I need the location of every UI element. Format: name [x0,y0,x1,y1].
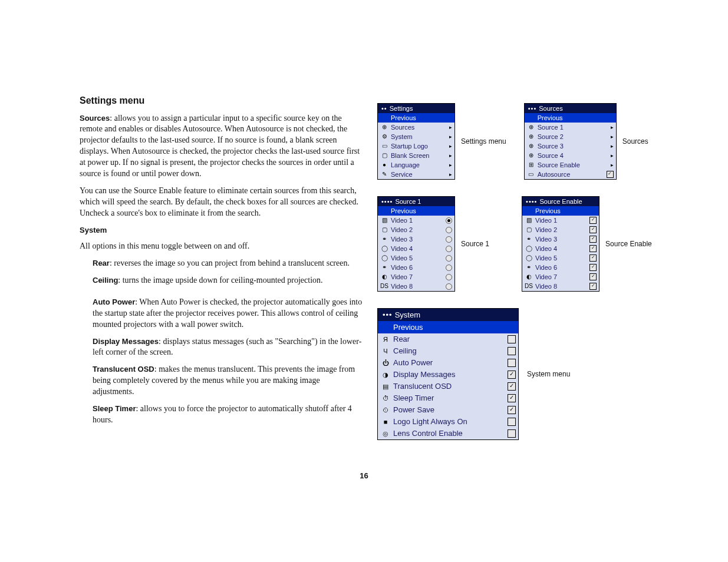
menu-item[interactable]: ▢Video 2 [378,225,454,234]
menu-sources-previous[interactable]: Previous [525,113,616,123]
menu-item[interactable]: ⏱Sleep Timer✓ [378,392,518,404]
menu-item[interactable]: ⚭Video 3 [378,234,454,244]
radio-indicator[interactable] [446,217,452,224]
menu-item[interactable]: ▢Blank Screen▸ [378,151,454,160]
menu-item[interactable]: ЯRear [378,333,518,345]
menu-item-label: Video 7 [391,273,446,281]
submenu-arrow-icon: ▸ [446,151,452,160]
radio-indicator[interactable] [446,265,452,271]
menu-source1-previous[interactable]: Previous [378,206,454,216]
menu-settings-previous[interactable]: Previous [378,113,454,123]
menu-item-label: Video 5 [391,254,446,262]
menu-item[interactable]: ■Logo Light Always On [378,416,518,428]
menu-item[interactable]: ◑Display Messages✓ [378,369,518,381]
checkbox-indicator[interactable] [508,429,516,438]
menu-item[interactable]: ▤Translucent OSD✓ [378,381,518,392]
checkbox-indicator[interactable] [508,335,516,343]
checkbox-indicator[interactable]: ✓ [589,245,597,252]
menu-item[interactable]: ▧Video 1 [378,216,454,225]
checkbox-indicator[interactable]: ✓ [589,226,597,233]
menu-item-label: Service [391,170,446,178]
menu-item[interactable]: ЧCeiling [378,345,518,357]
menu-item[interactable]: ⏲Power Save✓ [378,404,518,416]
submenu-arrow-icon: ▸ [446,142,452,150]
menu-system-items: ЯRearЧCeiling⏻Auto Power◑Display Message… [378,333,518,439]
submenu-arrow-icon: ▸ [446,170,452,178]
menu-item-label: Video 5 [535,254,589,262]
menu-item-icon: ⚭ [525,264,533,271]
menu-source1: ••••Source 1 Previous ▧Video 1▢Video 2⚭V… [377,196,455,292]
menu-item-label: Source 3 [538,142,608,150]
caption-sources: Sources [622,137,648,146]
radio-indicator[interactable] [446,227,452,233]
checkbox-indicator[interactable]: ✓ [508,382,516,391]
menu-item[interactable]: ⊕Source 3▸ [525,141,616,151]
menu-item[interactable]: ⚭Video 3✓ [522,234,599,244]
menu-item[interactable]: ◯Video 5✓ [522,253,599,263]
checkbox-indicator[interactable]: ✓ [508,406,516,414]
submenu-arrow-icon: ▸ [608,142,614,150]
menu-item[interactable]: ⚭Video 6 [378,263,454,272]
menu-item[interactable]: ⊕Source 4▸ [525,151,616,160]
para-system-intro: All options in this menu toggle between … [80,241,363,252]
para-translucent-osd: Translucent OSD: makes the menus translu… [93,364,363,398]
menu-system-previous[interactable]: Previous [378,321,518,333]
checkbox-indicator[interactable]: ✓ [508,371,516,379]
menu-item-label: Autosource [538,170,607,178]
checkbox-indicator[interactable] [508,359,516,367]
menu-item[interactable]: ✎Service▸ [378,170,454,179]
menu-item-label: Translucent OSD [393,381,508,392]
menu-item[interactable]: ◎Lens Control Enable [378,428,518,439]
menu-item-icon: ◑ [380,371,391,378]
checkbox-indicator[interactable]: ✓ [589,217,597,224]
radio-indicator[interactable] [446,283,452,290]
checkbox-indicator[interactable]: ✓ [589,264,597,271]
menu-item[interactable]: DSVideo 8 [378,282,454,291]
para-sleep-timer: Sleep Timer: allows you to force the pro… [93,404,363,426]
submenu-arrow-icon: ▸ [446,133,452,141]
checkbox-indicator[interactable]: ✓ [508,394,516,402]
para-display-messages: Display Messages: displays status messag… [93,336,363,359]
menu-item-icon: ⏱ [380,395,391,402]
menu-item[interactable]: ⏻Auto Power [378,357,518,369]
checkbox-indicator[interactable] [508,418,516,426]
menu-item[interactable]: ⚭Video 6✓ [522,263,599,272]
menu-item-icon: ▧ [380,217,388,224]
menu-item[interactable]: DSVideo 8✓ [522,282,599,291]
checkbox-indicator[interactable]: ✓ [607,171,614,178]
radio-indicator[interactable] [446,274,452,280]
menu-item[interactable]: ⊞Source Enable▸ [525,160,616,170]
menu-item-icon: ◯ [525,245,533,252]
menu-item[interactable]: ◯Video 5 [378,253,454,263]
checkbox-indicator[interactable] [508,347,516,355]
radio-indicator[interactable] [446,255,452,262]
checkbox-indicator[interactable]: ✓ [589,236,597,243]
menu-item[interactable]: ⊕Sources▸ [378,123,454,132]
menu-item[interactable]: ⊕Source 1▸ [525,123,616,132]
checkbox-indicator[interactable]: ✓ [589,283,597,290]
menu-item[interactable]: ▭Autosource✓ [525,170,616,179]
menu-item-icon: ⊕ [527,143,535,150]
menu-item[interactable]: ⊕Source 2▸ [525,132,616,141]
menu-item-icon: Ч [380,348,391,355]
menu-item[interactable]: ⚙System▸ [378,132,454,141]
menu-source-enable: ••••Source Enable Previous ▧Video 1✓▢Vid… [522,196,599,292]
menu-item[interactable]: ◐Video 7 [378,272,454,282]
submenu-arrow-icon: ▸ [608,151,614,160]
menu-item[interactable]: ▭Startup Logo▸ [378,141,454,151]
menu-item[interactable]: ▢Video 2✓ [522,225,599,234]
menu-item[interactable]: ◯Video 4✓ [522,244,599,253]
menu-item[interactable]: ◐Video 7✓ [522,272,599,282]
menu-item[interactable]: ◯Video 4 [378,244,454,253]
checkbox-indicator[interactable]: ✓ [589,273,597,280]
menu-item-icon: ◐ [525,273,533,280]
menu-item[interactable]: ▧Video 1✓ [522,216,599,225]
menu-source-enable-previous[interactable]: Previous [522,206,599,216]
menu-item-label: Display Messages [393,369,508,380]
checkbox-indicator[interactable]: ✓ [589,254,597,262]
radio-indicator[interactable] [446,236,452,243]
menu-item-icon: DS [380,283,388,290]
menu-item-label: Video 6 [391,263,446,272]
menu-item[interactable]: ●Language▸ [378,160,454,170]
radio-indicator[interactable] [446,246,452,252]
